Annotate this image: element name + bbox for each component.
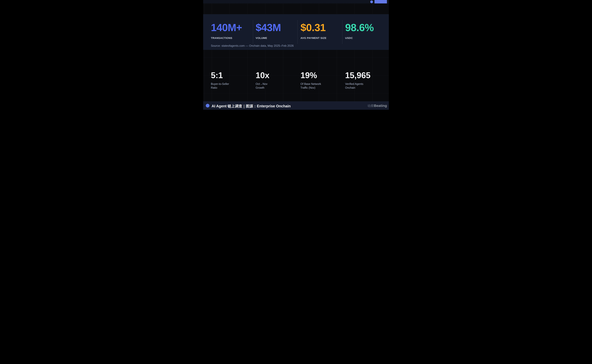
accent-bar: [375, 0, 387, 3]
stat-value: 19%: [301, 71, 321, 79]
column-divider: [297, 20, 298, 44]
stat-label: VOLUME: [256, 37, 281, 40]
infographic-slide: 140M+ TRANSACTIONS $43M VOLUME $0.31 AVG…: [203, 0, 389, 110]
stat-card-avg-payment: $0.31 AVG PAYMENT SIZE: [301, 22, 326, 40]
brand-name-cn: 动察: [368, 104, 374, 108]
stat-label: Verified Agents Onchain: [345, 82, 370, 90]
stat-label: USDC: [345, 37, 374, 40]
stat-card-usdc: 98.6% USDC: [345, 22, 374, 40]
accent-dot-icon: [370, 0, 373, 3]
stat-label: Oct→Nov Growth: [256, 82, 269, 90]
stat-card-transactions: 140M+ TRANSACTIONS: [211, 22, 242, 40]
stat-label: AVG PAYMENT SIZE: [301, 37, 326, 40]
stat-label-line: Of Base Network: [301, 82, 321, 86]
footer-bar: AI Agent 链上调查｜图源：Enterprise Onchain 动察Be…: [203, 101, 389, 110]
accent-dot-icon: [206, 104, 209, 107]
primary-stats-panel: 140M+ TRANSACTIONS $43M VOLUME $0.31 AVG…: [203, 14, 389, 50]
footer-caption: AI Agent 链上调查｜图源：Enterprise Onchain: [212, 104, 291, 109]
stat-label-line: Verified Agents: [345, 82, 370, 86]
stat-label-line: Traffic (Nov): [301, 86, 321, 90]
top-bar: [203, 0, 389, 3]
stat-value: 140M+: [211, 22, 242, 33]
stat-label-line: Buyer-to-Seller: [211, 82, 229, 86]
stat-label-line: Oct→Nov: [256, 82, 269, 86]
brand-logo: 动察Beating: [368, 104, 387, 108]
stat-label-line: Growth: [256, 86, 269, 90]
stat-value: 5:1: [211, 71, 229, 79]
source-note: Source: stateofagents.com — Onchain data…: [211, 44, 294, 47]
stat-label: TRANSACTIONS: [211, 37, 242, 40]
brand-name-en: Beating: [374, 104, 387, 108]
column-divider: [342, 20, 343, 44]
stat-label-line: Ratio: [211, 86, 229, 90]
stat-value: 98.6%: [345, 22, 374, 33]
stat-value: 15,965: [345, 71, 370, 79]
stat-label-line: Onchain: [345, 86, 370, 90]
stat-card-growth: 10x Oct→Nov Growth: [256, 71, 269, 90]
stat-card-volume: $43M VOLUME: [256, 22, 281, 40]
stat-label: Of Base Network Traffic (Nov): [301, 82, 321, 90]
stat-card-buyer-seller-ratio: 5:1 Buyer-to-Seller Ratio: [211, 71, 229, 90]
stat-card-verified-agents: 15,965 Verified Agents Onchain: [345, 71, 370, 90]
column-divider: [253, 20, 253, 44]
stat-value: $43M: [256, 22, 281, 33]
stat-value: 10x: [256, 71, 269, 79]
stat-card-base-traffic: 19% Of Base Network Traffic (Nov): [301, 71, 321, 90]
stat-label: Buyer-to-Seller Ratio: [211, 82, 229, 90]
stat-value: $0.31: [301, 22, 326, 33]
